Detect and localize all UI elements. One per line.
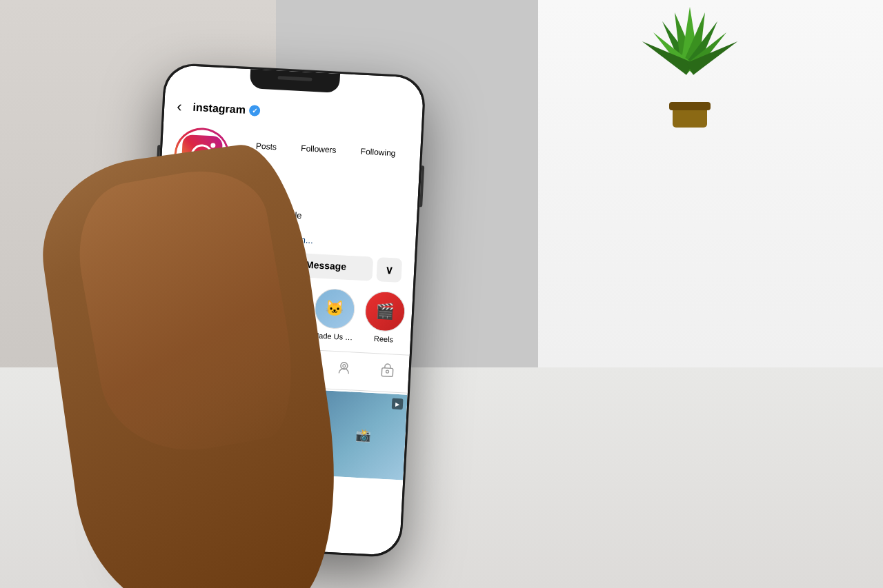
highlight-circle-madeus: 🐱 (314, 288, 356, 330)
followers-stat[interactable]: Followers (301, 143, 337, 155)
profile-header-name: instagram (192, 101, 260, 117)
posts-label: Posts (256, 141, 277, 152)
svg-point-24 (343, 365, 346, 367)
svg-rect-1 (669, 102, 711, 110)
tagged-icon (336, 361, 352, 381)
speaker (278, 76, 312, 81)
highlight-label-reels: Reels (374, 334, 394, 343)
tab-shop[interactable] (365, 354, 410, 393)
header-username: instagram (192, 101, 246, 116)
shop-icon (379, 363, 395, 383)
following-stat[interactable]: Following (360, 147, 395, 159)
svg-point-26 (386, 370, 388, 373)
highlight-circle-reels: 🎬 (364, 291, 406, 333)
verified-badge (248, 105, 260, 116)
highlight-madeus[interactable]: 🐱 Made Us 😊 (312, 288, 357, 343)
posts-stat[interactable]: Posts (256, 141, 277, 152)
followers-label: Followers (301, 143, 337, 155)
more-button[interactable]: ∨ (376, 257, 402, 283)
profile-stats: Posts Followers Following (244, 130, 408, 159)
phone-notch (250, 69, 340, 93)
svg-rect-25 (381, 368, 393, 377)
plant-decoration (621, 0, 759, 138)
following-label: Following (360, 147, 395, 159)
highlight-reels[interactable]: 🎬 Reels (364, 291, 406, 345)
power-button (419, 165, 424, 207)
back-button[interactable]: ‹ (177, 98, 183, 116)
play-indicator-3 (392, 398, 404, 410)
tab-tagged[interactable] (321, 352, 366, 391)
